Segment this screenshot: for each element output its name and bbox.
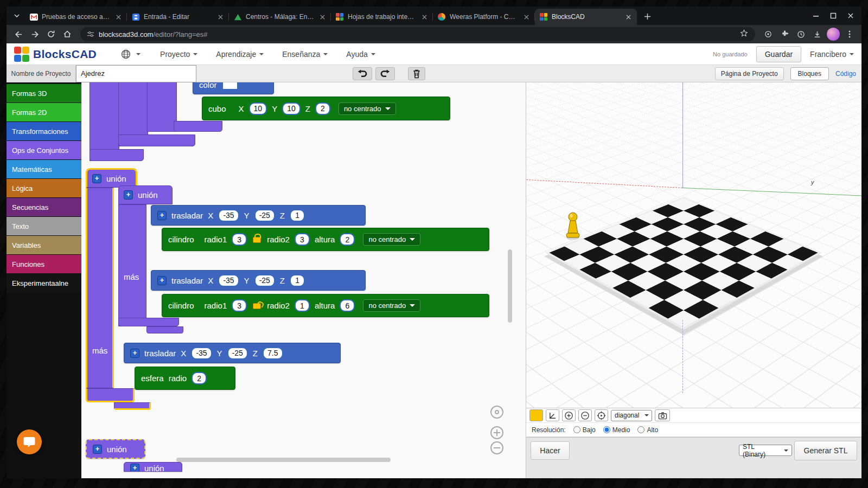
tab-close-icon[interactable] — [318, 12, 327, 21]
cylinder-r1-field[interactable]: 3 — [232, 299, 247, 312]
forward-button[interactable] — [27, 27, 42, 42]
menu-aprendizaje[interactable]: Aprendizaje — [216, 50, 264, 59]
stl-format-select[interactable]: STL (Binary) — [739, 445, 792, 456]
mutator-plus-button[interactable]: + — [157, 276, 167, 285]
translate-z-field[interactable]: 1 — [290, 209, 305, 222]
zoom-in-button[interactable] — [490, 426, 503, 439]
sidebar-item-formas-2d[interactable]: Formas 2D — [7, 103, 81, 121]
downloads-icon[interactable] — [809, 27, 825, 42]
sidebar-item-formas-3d[interactable]: Formas 3D — [7, 84, 81, 102]
tab-entrada[interactable]: Entrada - Editar — [127, 9, 229, 25]
back-button[interactable] — [11, 27, 26, 42]
tab-weeras[interactable]: Weeras Platform - Contenido — [433, 9, 535, 25]
tab-blockscad-active[interactable]: BlocksCAD — [535, 9, 637, 25]
extensions-puzzle-icon[interactable] — [777, 27, 792, 42]
screenshot-button[interactable] — [655, 409, 670, 421]
color-block[interactable]: color — [193, 82, 274, 94]
union-inner-spine[interactable] — [118, 204, 146, 326]
color-swatch-field[interactable] — [222, 82, 238, 90]
cylinder-r1-field[interactable]: 3 — [232, 233, 247, 246]
block-stack-partial[interactable] — [118, 134, 195, 146]
zoom-reset-button[interactable] — [490, 406, 503, 419]
save-button[interactable]: Guardar — [756, 46, 801, 62]
address-bar[interactable]: blockscad3d.com/editor/?lang=es# — [80, 27, 755, 41]
redo-button[interactable] — [375, 67, 395, 80]
block-stack-partial[interactable] — [90, 149, 144, 161]
block-stack-partial[interactable] — [174, 121, 222, 132]
mutator-plus-button[interactable]: + — [130, 464, 139, 472]
translate-y-field[interactable]: -25 — [254, 209, 275, 222]
union-bottom-block-2[interactable]: + unión — [124, 462, 182, 472]
sidebar-item-texto[interactable]: Texto — [7, 217, 81, 235]
language-menu[interactable] — [120, 49, 141, 60]
extension-icon[interactable] — [761, 27, 776, 42]
maximize-button[interactable] — [827, 9, 840, 22]
tab-close-icon[interactable] — [420, 12, 429, 21]
url-text[interactable]: blockscad3d.com/editor/?lang=es# — [99, 30, 208, 38]
profile-avatar[interactable] — [826, 27, 841, 42]
axes-toggle-button[interactable] — [546, 409, 559, 421]
history-icon[interactable] — [793, 27, 808, 42]
sidebar-item-ops-de-conjuntos[interactable]: Ops de Conjuntos — [7, 141, 81, 159]
project-page-button[interactable]: Página de Proyecto — [715, 67, 784, 80]
generate-stl-button[interactable]: Generar STL — [794, 441, 857, 460]
union-outer-foot[interactable] — [86, 388, 135, 402]
reload-button[interactable] — [43, 27, 59, 42]
resolution-radio[interactable] — [637, 426, 644, 433]
menu-ensenanza[interactable]: Enseñanza — [282, 50, 328, 59]
lock-open-icon[interactable] — [253, 303, 261, 309]
translate-block-1[interactable]: + trasladar X -35 Y -25 Z 1 — [151, 205, 366, 226]
tab-hojas[interactable]: Hojas de trabajo interactivas — [331, 9, 433, 25]
cube-z-field[interactable]: 2 — [315, 102, 330, 115]
vertical-scrollbar[interactable] — [508, 249, 512, 323]
resolution-radio[interactable] — [603, 426, 610, 433]
view-angle-select[interactable]: diagonal — [611, 410, 652, 421]
union-outer-spine[interactable] — [86, 188, 114, 388]
mutator-plus-button[interactable]: + — [92, 174, 101, 183]
translate-block-2[interactable]: + trasladar X -35 Y -25 Z 1 — [151, 270, 366, 291]
sidebar-item-funciones[interactable]: Funciones — [7, 255, 81, 273]
view-reset-button[interactable] — [595, 409, 608, 421]
mutator-plus-button[interactable]: + — [130, 349, 139, 358]
mutator-plus-button[interactable]: + — [124, 190, 133, 200]
chat-widget-button[interactable] — [17, 429, 42, 454]
resolution-option-alto[interactable]: Alto — [637, 426, 658, 434]
user-menu[interactable]: Francibero — [810, 50, 854, 59]
undo-button[interactable] — [353, 67, 372, 80]
union-outer-tab[interactable] — [114, 402, 151, 410]
cube-centered-dropdown[interactable]: no centrado — [339, 102, 396, 115]
cylinder-block-1[interactable]: cilindro radio1 3 radio2 3 altura 2 no c… — [162, 228, 489, 251]
union-inner-foot[interactable] — [118, 318, 179, 326]
mutator-plus-button[interactable]: + — [93, 445, 102, 454]
blockscad-logo[interactable]: BlocksCAD — [14, 47, 97, 62]
translate-x-field[interactable]: -35 — [218, 209, 239, 222]
cube-y-field[interactable]: 10 — [282, 102, 301, 115]
cube-block[interactable]: cubo X 10 Y 10 Z 2 no centrado — [202, 97, 450, 120]
cylinder-block-2[interactable]: cilindro radio1 3 radio2 1 altura 6 no c… — [162, 294, 489, 317]
viewport-zoom-out-button[interactable] — [578, 409, 592, 421]
translate-x-field[interactable]: -35 — [191, 347, 212, 359]
site-settings-icon[interactable] — [87, 30, 94, 38]
trash-button[interactable] — [408, 67, 425, 80]
cube-x-field[interactable]: 10 — [249, 102, 267, 115]
minimize-button[interactable] — [809, 9, 822, 22]
translate-z-field[interactable]: 1 — [290, 274, 305, 287]
lock-closed-icon[interactable] — [253, 237, 261, 243]
cylinder-h-field[interactable]: 2 — [340, 233, 355, 246]
translate-y-field[interactable]: -25 — [254, 274, 275, 287]
translate-block-3[interactable]: + trasladar X -35 Y -25 Z 7.5 — [124, 343, 341, 363]
new-tab-button[interactable] — [640, 9, 654, 23]
zoom-out-button[interactable] — [490, 441, 503, 454]
bookmark-star-icon[interactable] — [739, 29, 749, 40]
union-outer-block[interactable]: + unión — [86, 168, 137, 188]
tab-gmail[interactable]: Pruebas de acceso a la Unive — [25, 9, 127, 25]
project-name-input[interactable] — [76, 65, 196, 82]
blockly-workspace[interactable]: color cubo X 10 Y 10 Z 2 no centrado + u… — [81, 82, 525, 478]
union-bottom-block[interactable]: + unión — [86, 439, 145, 459]
menu-proyecto[interactable]: Proyecto — [160, 50, 197, 59]
tab-search-button[interactable] — [11, 9, 23, 23]
tab-close-icon[interactable] — [522, 12, 531, 21]
cylinder-h-field[interactable]: 6 — [340, 299, 355, 312]
block-stack-partial[interactable] — [147, 82, 177, 132]
menu-ayuda[interactable]: Ayuda — [346, 50, 375, 59]
